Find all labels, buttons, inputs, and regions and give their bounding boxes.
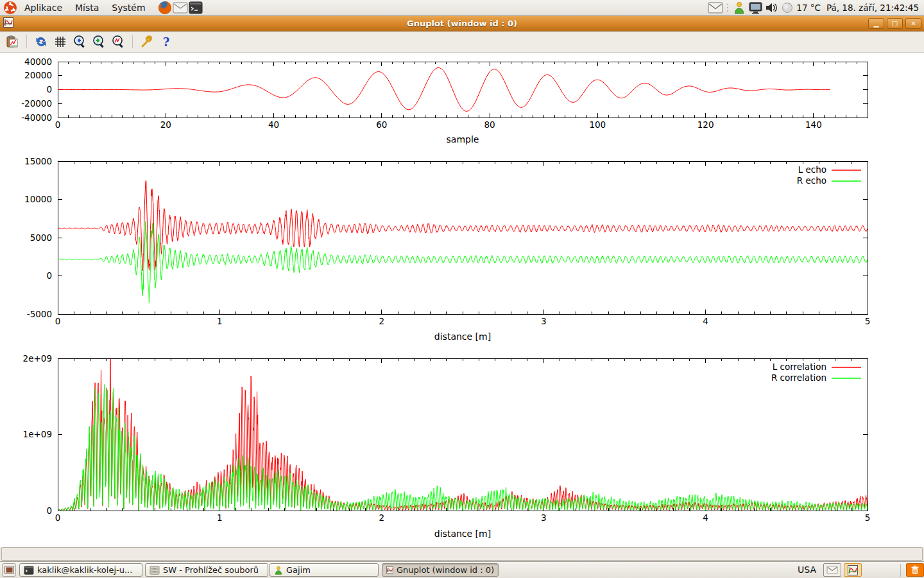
autoscale-icon xyxy=(111,35,125,49)
y-tick-label: 0 xyxy=(46,270,52,281)
legend-label: L echo xyxy=(798,164,826,175)
task-label: Gajim xyxy=(286,565,311,575)
y-tick-label: 10000 xyxy=(24,194,52,204)
window-title: Gnuplot (window id : 0) xyxy=(0,19,924,28)
y-tick-label: 2e+09 xyxy=(23,353,52,363)
terminal-icon xyxy=(24,566,34,575)
maximize-button[interactable]: □ xyxy=(887,18,903,29)
x-tick-label: 140 xyxy=(805,119,822,130)
display-icon[interactable] xyxy=(749,1,762,15)
echo-plot[interactable]: 012345-5000050001000015000distance [m]L … xyxy=(0,151,924,350)
task-label: kaklik@kaklik-kolej-u... xyxy=(37,565,132,575)
tray-mail-icon[interactable] xyxy=(708,1,723,15)
gnuplot-toolbar: ? xyxy=(0,31,924,53)
copy-plot-icon xyxy=(6,35,19,48)
x-tick-label: 4 xyxy=(703,316,708,326)
help-icon: ? xyxy=(163,35,170,49)
task-gnuplot[interactable]: Gnuplot (window id : 0) xyxy=(382,563,499,577)
task-terminal[interactable]: kaklik@kaklik-kolej-u... xyxy=(19,563,142,577)
x-tick-label: 0 xyxy=(55,512,61,523)
x-axis-label: distance [m] xyxy=(434,529,491,539)
y-tick-label: 5000 xyxy=(30,232,52,243)
zoom-next-icon xyxy=(92,35,106,49)
legend-label: R correlation xyxy=(771,372,826,383)
chirp-signal-series xyxy=(58,67,830,111)
toolbar-separator xyxy=(132,35,133,48)
y-tick-label: -40000 xyxy=(21,112,52,123)
task-gajim[interactable]: Gajim xyxy=(270,563,379,577)
y-tick-label: 40000 xyxy=(24,57,52,67)
task-label: SW - Prohlížeč souborů xyxy=(163,565,259,575)
file-manager-icon xyxy=(150,566,160,575)
x-tick-label: 80 xyxy=(484,119,495,130)
x-tick-label: 2 xyxy=(379,512,385,523)
tray-handle-icon xyxy=(726,1,730,15)
config-icon xyxy=(140,35,154,49)
sample-waveform-plot[interactable]: 020406080100120140-40000-200000200004000… xyxy=(0,53,924,151)
weather-icon[interactable] xyxy=(782,1,793,15)
x-tick-label: 2 xyxy=(379,316,385,326)
gajim-status-icon[interactable] xyxy=(733,1,746,15)
gnuplot-canvas: 020406080100120140-40000-200000200004000… xyxy=(0,53,924,547)
x-tick-label: 5 xyxy=(865,316,871,326)
r-correlation-series xyxy=(58,385,868,511)
terminal-icon[interactable] xyxy=(188,0,203,15)
y-tick-label: -20000 xyxy=(21,98,52,109)
y-tick-label: 20000 xyxy=(24,70,52,80)
window-titlebar[interactable]: Gnuplot (window id : 0) ▁ □ ✕ xyxy=(0,16,924,31)
config-button[interactable] xyxy=(139,33,155,50)
x-tick-label: 5 xyxy=(865,512,871,523)
menu-system[interactable]: Systém xyxy=(105,0,151,15)
legend-label: L correlation xyxy=(773,362,826,372)
task-label: Gnuplot (window id : 0) xyxy=(397,565,494,575)
keyboard-layout-indicator[interactable]: USA xyxy=(798,565,816,575)
menu-aplikace[interactable]: Aplikace xyxy=(18,0,69,15)
l-correlation-series xyxy=(58,359,868,511)
plot-axes xyxy=(58,358,868,511)
x-tick-label: 20 xyxy=(160,119,171,130)
x-tick-label: 1 xyxy=(217,512,223,523)
correlation-plot[interactable]: 01234501e+092e+09distance [m]L correlati… xyxy=(0,350,924,547)
y-tick-label: 0 xyxy=(46,505,52,516)
minimize-button[interactable]: ▁ xyxy=(868,18,884,29)
temperature[interactable]: 17 °C xyxy=(796,3,821,13)
x-tick-label: 1 xyxy=(217,316,223,326)
copy-plot-button[interactable] xyxy=(4,33,21,50)
x-axis-label: distance [m] xyxy=(434,331,491,342)
help-button[interactable]: ? xyxy=(158,33,175,50)
close-button[interactable]: ✕ xyxy=(905,18,921,29)
trash-button[interactable] xyxy=(906,563,924,577)
grid-toggle-button[interactable] xyxy=(52,33,69,50)
tray-gnuplot-button[interactable] xyxy=(844,563,862,577)
toolbar-separator xyxy=(26,35,27,48)
zoom-next-button[interactable] xyxy=(90,33,107,50)
trash-icon xyxy=(911,565,920,575)
email-icon[interactable] xyxy=(173,0,188,15)
taskbar-separator xyxy=(900,564,901,577)
menu-mista[interactable]: Místa xyxy=(69,0,105,15)
y-tick-label: -5000 xyxy=(27,309,52,319)
gnuplot-icon xyxy=(386,565,393,575)
clock[interactable]: Pá, 18. září, 21:42:45 xyxy=(824,3,919,13)
zoom-previous-button[interactable] xyxy=(71,33,88,50)
replot-button[interactable] xyxy=(33,33,49,50)
firefox-icon[interactable] xyxy=(157,0,173,15)
y-tick-label: 15000 xyxy=(24,156,52,166)
volume-icon[interactable] xyxy=(766,1,778,15)
x-tick-label: 40 xyxy=(268,119,279,130)
tray-mail-button[interactable] xyxy=(823,563,841,577)
show-desktop-button[interactable] xyxy=(2,563,16,577)
ubuntu-logo-icon[interactable] xyxy=(3,0,18,15)
x-tick-label: 120 xyxy=(697,119,714,130)
bottom-taskbar: kaklik@kaklik-kolej-u... SW - Prohlížeč … xyxy=(0,561,924,578)
task-file-manager[interactable]: SW - Prohlížeč souborů xyxy=(145,563,268,577)
zoom-previous-icon xyxy=(73,35,87,49)
legend-label: R echo xyxy=(797,175,826,186)
x-tick-label: 3 xyxy=(541,512,547,523)
autoscale-button[interactable] xyxy=(110,33,126,50)
y-tick-label: 1e+09 xyxy=(23,429,52,439)
r-echo-series xyxy=(58,222,868,303)
top-panel: Aplikace Místa Systém xyxy=(0,0,924,16)
plot-axes xyxy=(58,161,868,314)
x-tick-label: 3 xyxy=(541,316,547,326)
